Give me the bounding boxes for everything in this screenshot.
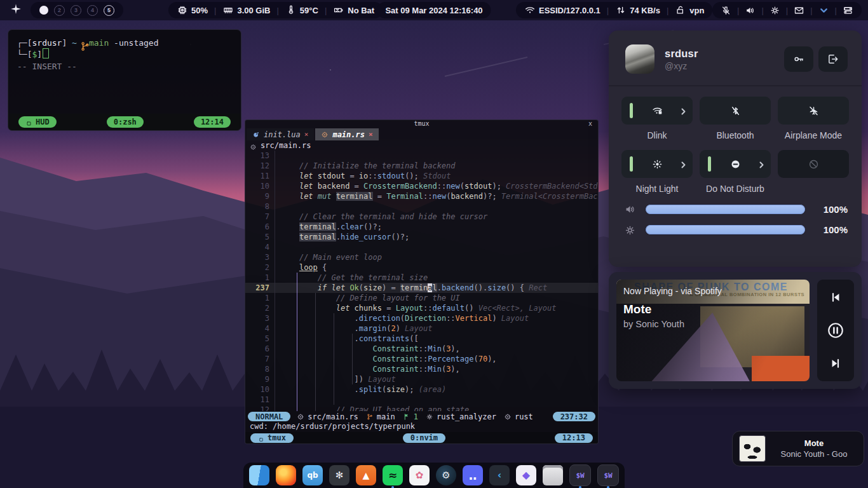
airplane-mode-toggle[interactable] bbox=[778, 97, 849, 125]
dock-vscode[interactable]: ‹ bbox=[489, 465, 510, 485]
tab-init.lua[interactable]: init.lua× bbox=[247, 128, 314, 140]
terminal-status-bar: HUD 0:zsh 12:14 bbox=[8, 114, 241, 130]
winbar-breadcrumb: src/main.rs bbox=[245, 140, 598, 151]
wifi-indicator[interactable]: ESSID/127.0.0.1 bbox=[524, 4, 600, 16]
photos-glyph: ✿ bbox=[416, 471, 424, 480]
quick-settings-icon[interactable] bbox=[843, 4, 853, 15]
do-not-disturb-toggle-label: Do Not Disturb bbox=[706, 184, 764, 194]
code-text: if let Ok(size) = terminal.backend().siz… bbox=[281, 283, 547, 293]
line-number: 8 bbox=[245, 364, 275, 374]
dock-file-manager[interactable] bbox=[249, 465, 269, 485]
vlc-glyph: ▲ bbox=[363, 471, 370, 480]
code-editor[interactable]: 1312 // Initialize the terminal backend1… bbox=[245, 151, 598, 411]
workspace-4[interactable]: 4 bbox=[87, 5, 98, 16]
code-text: let chunks = Layout::default() Vec<Rect>… bbox=[281, 303, 557, 313]
lock-keys-button[interactable] bbox=[784, 46, 813, 72]
code-text: // Define layout for the UI bbox=[281, 293, 460, 303]
tab-close-icon[interactable]: × bbox=[369, 130, 373, 139]
clock[interactable]: Sat 09 Mar 2024 12:16:40 bbox=[377, 2, 491, 18]
album-art[interactable]: SHAPE OF PUNK TO COME A CHIMERICAL BOMBI… bbox=[616, 280, 810, 381]
dock-obsidian[interactable]: ◆ bbox=[516, 465, 536, 485]
desktop: 2345 50%|3.00 GiB|59°C|No Bat Sat 09 Mar… bbox=[0, 0, 868, 488]
dock-steam[interactable]: ⚙ bbox=[436, 465, 456, 485]
code-text: .constraints([ bbox=[281, 334, 419, 344]
tab-close-icon[interactable]: × bbox=[304, 130, 309, 139]
track-artist: by Sonic Youth bbox=[623, 319, 684, 329]
messages-icon[interactable] bbox=[794, 4, 804, 15]
line-number: 10 bbox=[245, 181, 275, 191]
dock-obs[interactable]: ✻ bbox=[329, 465, 349, 485]
workspace-1[interactable] bbox=[39, 6, 48, 15]
prompt-path: ~ bbox=[72, 38, 77, 48]
code-line: 1 // Define layout for the UI bbox=[245, 293, 598, 303]
logout-button[interactable] bbox=[818, 46, 848, 72]
do-not-disturb-toggle[interactable] bbox=[700, 150, 771, 178]
line-number: 12 bbox=[245, 161, 275, 171]
workspace-5[interactable]: 5 bbox=[104, 5, 114, 16]
line-number: 1 bbox=[245, 293, 275, 303]
code-text: .direction(Direction::Vertical) Layout bbox=[281, 313, 529, 323]
cwd-line: cwd: /home/srdusr/projects/typerpunk bbox=[245, 422, 598, 432]
line-number: 5 bbox=[245, 232, 275, 242]
line-number: 6 bbox=[245, 222, 275, 232]
settings-icon[interactable] bbox=[770, 4, 780, 15]
dock-discord[interactable]: ‥ bbox=[463, 465, 483, 485]
brightness-slider[interactable] bbox=[645, 224, 806, 235]
dock-terminal-1[interactable]: $W bbox=[569, 464, 591, 486]
night-light-toggle[interactable] bbox=[621, 150, 693, 178]
cursor-position-badge: 237:32 bbox=[553, 412, 595, 421]
launcher-icon[interactable] bbox=[10, 3, 25, 18]
wifi-toggle[interactable] bbox=[621, 97, 693, 125]
network-status[interactable]: ESSID/127.0.0.1|74 KB/s|vpn bbox=[516, 2, 712, 18]
tmux-badge[interactable]: tmux bbox=[250, 433, 294, 443]
speaker-icon bbox=[624, 203, 636, 215]
microphone-muted-icon[interactable] bbox=[721, 4, 731, 15]
pause-button[interactable] bbox=[826, 321, 845, 340]
notification[interactable]: Mote Sonic Youth - Goo bbox=[732, 431, 864, 466]
workspace-2[interactable]: 2 bbox=[54, 5, 65, 16]
control-center: srdusr @xyz DlinkBluetoothAirplane ModeN… bbox=[609, 30, 862, 267]
git-status: -unstaged bbox=[114, 38, 158, 48]
lock-open-icon bbox=[675, 4, 686, 16]
chevron-right-icon[interactable] bbox=[756, 159, 765, 168]
chevron-right-icon[interactable] bbox=[677, 159, 687, 168]
dock-vlc[interactable]: ▲ bbox=[356, 465, 376, 485]
dock-terminal-2[interactable]: $W bbox=[597, 464, 619, 486]
updown-indicator[interactable]: 74 KB/s bbox=[615, 4, 660, 16]
line-number: 5 bbox=[245, 334, 275, 344]
tmux-window[interactable]: tmux x init.lua×main.rs× src/main.rs 131… bbox=[245, 119, 599, 444]
code-line: 7 // Clear the terminal and hide the cur… bbox=[245, 212, 598, 222]
previous-button[interactable] bbox=[829, 291, 842, 304]
dock-firefox[interactable] bbox=[276, 465, 296, 485]
volume-icon[interactable] bbox=[745, 4, 756, 15]
dock-trash[interactable] bbox=[543, 465, 563, 485]
tmux-window-badge[interactable]: 0:nvim bbox=[403, 433, 445, 443]
tmux-session-badge[interactable]: 0:zsh bbox=[107, 116, 144, 128]
line-number: 6 bbox=[245, 344, 275, 354]
dock-qbittorrent[interactable]: qb bbox=[302, 465, 323, 485]
dock-spotify[interactable]: ≈ bbox=[383, 465, 403, 485]
night-light-toggle-label: Night Light bbox=[636, 184, 679, 194]
chevron-right-icon[interactable] bbox=[677, 105, 687, 115]
hud-badge[interactable]: HUD bbox=[18, 116, 57, 128]
obsidian-glyph: ◆ bbox=[522, 470, 530, 480]
brightness-slider-row: 100% bbox=[624, 224, 848, 236]
code-line: 5 .constraints([ bbox=[245, 334, 598, 344]
code-line: 12 // Initialize the terminal backend bbox=[245, 161, 598, 171]
dock-photos[interactable]: ✿ bbox=[409, 465, 430, 485]
tab-main.rs[interactable]: main.rs× bbox=[315, 128, 378, 140]
panel-toggle-icon[interactable] bbox=[818, 4, 829, 15]
bluetooth-toggle[interactable] bbox=[700, 97, 771, 125]
square-icon bbox=[25, 119, 32, 126]
line-number: 9 bbox=[245, 374, 275, 384]
next-button[interactable] bbox=[829, 357, 842, 370]
code-text: terminal.clear()?; bbox=[281, 222, 382, 232]
user-name: srdusr bbox=[665, 48, 769, 60]
blank-toggle[interactable] bbox=[778, 150, 849, 178]
terminal-window[interactable]: ┌─[srdusr] ~main -unstaged └─[$] -- INSE… bbox=[8, 29, 241, 131]
workspace-3[interactable]: 3 bbox=[71, 5, 81, 16]
lock-open-indicator[interactable]: vpn bbox=[675, 4, 704, 16]
rust-icon bbox=[504, 412, 512, 421]
volume-slider[interactable] bbox=[645, 204, 806, 215]
close-button[interactable]: x bbox=[588, 120, 592, 128]
